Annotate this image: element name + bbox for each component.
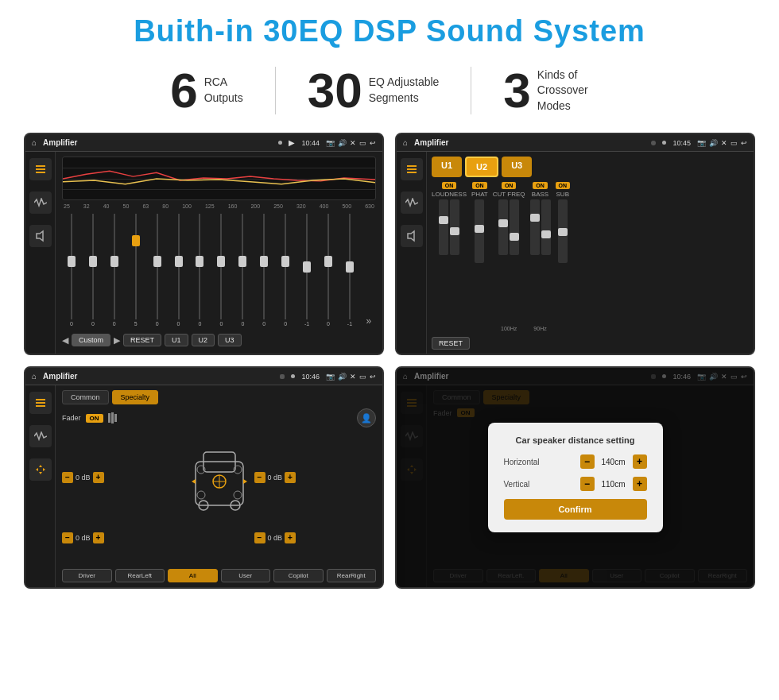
next-btn[interactable]: ▶ — [114, 335, 120, 346]
sub-on: ON — [556, 182, 571, 189]
cutfreq-slider-f[interactable] — [498, 199, 508, 255]
vertical-minus[interactable]: − — [580, 477, 595, 491]
db-plus-tl[interactable]: + — [93, 472, 104, 483]
user-btn[interactable]: User — [221, 569, 271, 582]
camera-icon-2: 📷 — [697, 139, 706, 147]
custom-btn[interactable]: Custom — [72, 334, 110, 346]
bar1 — [108, 413, 110, 423]
u2-select-btn[interactable]: U2 — [465, 157, 498, 177]
battery-icon: ▭ — [359, 139, 366, 147]
freq-250: 250 — [273, 203, 283, 209]
sub-slider[interactable] — [558, 199, 568, 263]
eq-slider-5[interactable]: 0 — [148, 214, 167, 327]
common-tab[interactable]: Common — [62, 390, 109, 404]
db-minus-bl[interactable]: − — [62, 532, 73, 543]
eq-slider-10[interactable]: 0 — [254, 214, 273, 327]
horizontal-row: Horizontal − 140cm + — [504, 454, 647, 469]
specialty-tab[interactable]: Specialty — [112, 390, 159, 404]
fader-tabs-row: Common Specialty — [62, 390, 376, 404]
fader-sidebar-arrows[interactable] — [29, 458, 52, 481]
u2-btn[interactable]: U2 — [192, 334, 215, 346]
eq-slider-8[interactable]: 0 — [211, 214, 231, 327]
fader-time: 10:46 — [301, 373, 320, 381]
eq-slider-14[interactable]: -1 — [340, 214, 359, 327]
eq-sidebar-speaker[interactable] — [29, 225, 52, 247]
eq-slider-7[interactable]: 0 — [191, 214, 210, 327]
vertical-ctrl: − 110cm + — [580, 477, 647, 491]
all-btn[interactable]: All — [168, 569, 218, 582]
channel-reset-btn[interactable]: RESET — [432, 337, 470, 350]
db-minus-br[interactable]: − — [254, 532, 265, 543]
loudness-col: ON LOUDNESS — [432, 182, 467, 331]
eq-slider-1[interactable]: 0 — [62, 214, 81, 327]
u1-select-btn[interactable]: U1 — [432, 157, 462, 177]
reset-btn[interactable]: RESET — [123, 334, 161, 346]
ch-sidebar-wave[interactable] — [401, 191, 423, 214]
status-dot-3 — [291, 374, 295, 378]
fader-sidebar-wave[interactable] — [29, 425, 52, 447]
eq-slider-13[interactable]: 0 — [319, 214, 338, 327]
speaker-grid: − 0 dB + — [62, 431, 376, 565]
cutfreq-slider-g[interactable] — [510, 199, 519, 255]
channel-sidebar — [397, 152, 427, 354]
ch-sidebar-filter[interactable] — [401, 158, 423, 180]
rearright-btn[interactable]: RearRight — [327, 569, 377, 582]
loudness-on: ON — [442, 182, 457, 189]
eq-slider-12[interactable]: -1 — [297, 214, 316, 327]
eq-slider-2[interactable]: 0 — [83, 214, 103, 327]
vertical-plus[interactable]: + — [633, 477, 647, 491]
fader-topbar: ⌂ Amplifier 10:46 📷 🔊 ✕ ▭ ↩ — [25, 368, 382, 385]
confirm-button[interactable]: Confirm — [504, 499, 647, 520]
driver-btn[interactable]: Driver — [62, 569, 112, 582]
prev-btn[interactable]: ◀ — [62, 335, 68, 346]
db-plus-br[interactable]: + — [285, 532, 296, 543]
svg-point-25 — [234, 491, 242, 499]
db-plus-tr[interactable]: + — [285, 472, 296, 483]
horizontal-minus[interactable]: − — [580, 454, 595, 469]
s5-val: 0 — [156, 321, 159, 327]
profile-icon[interactable]: 👤 — [357, 408, 376, 427]
status-square — [651, 141, 656, 145]
eq-slider-9[interactable]: 0 — [233, 214, 252, 327]
stat-rca-desc2: Outputs — [204, 91, 243, 106]
freq-160: 160 — [228, 203, 238, 209]
eq-curve-svg — [63, 157, 375, 199]
wifi-icon: ✕ — [350, 139, 356, 147]
eq-sidebar-filter[interactable] — [29, 158, 52, 180]
bass-slider-f[interactable] — [530, 199, 540, 255]
home-icon: ⌂ — [32, 138, 37, 147]
db-plus-bl[interactable]: + — [93, 532, 104, 543]
stat-crossover-desc2: Crossover Modes — [537, 83, 609, 114]
horizontal-plus[interactable]: + — [633, 454, 647, 469]
freq-630: 630 — [365, 203, 374, 209]
db-minus-tl[interactable]: − — [62, 472, 73, 483]
channel-reset-row: RESET — [432, 335, 749, 349]
eq-slider-4[interactable]: 5 — [126, 214, 145, 327]
eq-slider-6[interactable]: 0 — [169, 214, 188, 327]
u3-btn[interactable]: U3 — [218, 334, 242, 346]
phat-slider[interactable] — [475, 199, 484, 263]
eq-slider-11[interactable]: 0 — [276, 214, 295, 327]
copilot-btn[interactable]: Copilot — [273, 569, 324, 582]
bass-slider-g[interactable] — [541, 199, 551, 255]
svg-marker-3 — [37, 231, 43, 241]
eq-slider-3[interactable]: 0 — [105, 214, 124, 327]
u1-btn[interactable]: U1 — [165, 334, 188, 346]
db-minus-tr[interactable]: − — [254, 472, 265, 483]
ch-sidebar-speaker[interactable] — [401, 225, 423, 247]
eq-sidebar-wave[interactable] — [29, 191, 52, 214]
battery-icon-2: ▭ — [731, 139, 738, 147]
loudness-slider-r[interactable] — [450, 199, 459, 255]
fader-main-content: Common Specialty Fader ON 👤 — [56, 385, 382, 587]
u3-select-btn[interactable]: U3 — [502, 157, 532, 177]
cutfreq-col: ON CUT FREQ 100Hz — [493, 182, 525, 331]
stat-eq-number: 30 — [308, 66, 362, 115]
eq-time: 10:44 — [301, 139, 320, 147]
fader-on-badge: ON — [86, 414, 103, 423]
loudness-slider-l[interactable] — [439, 199, 448, 255]
rearleft-btn[interactable]: RearLeft — [115, 569, 165, 582]
wifi-icon-2: ✕ — [721, 139, 727, 147]
channel-main: U1 U2 U3 ON LOUDNESS — [427, 152, 754, 354]
fader-sidebar-filter[interactable] — [29, 392, 52, 414]
vertical-value: 110cm — [598, 480, 630, 489]
